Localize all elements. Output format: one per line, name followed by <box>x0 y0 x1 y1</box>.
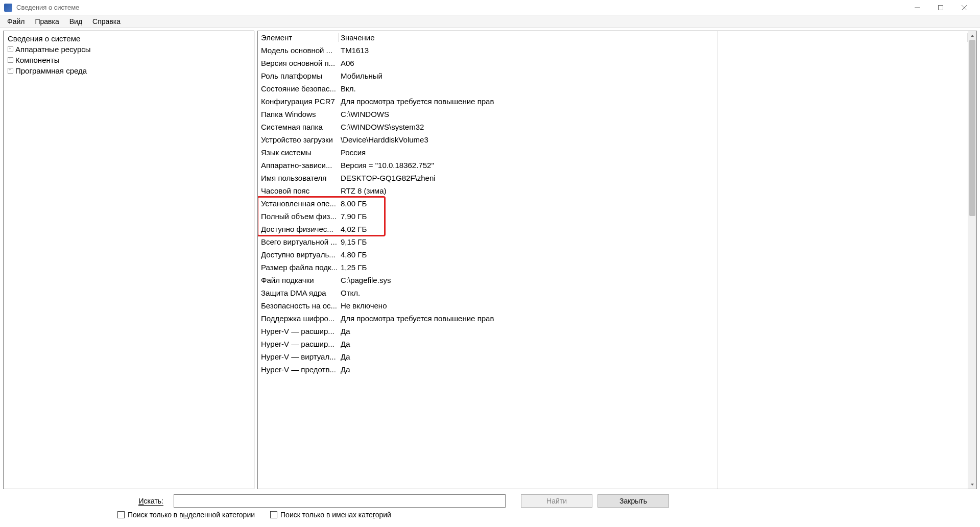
vertical-scrollbar[interactable] <box>968 31 976 489</box>
checkbox-icon <box>270 511 277 518</box>
minimize-button[interactable] <box>905 0 929 15</box>
scroll-up-icon[interactable] <box>968 31 976 40</box>
cell-element: Hyper-V — расшир... <box>258 327 339 336</box>
header-value[interactable]: Значение <box>339 33 968 42</box>
cell-value: 4,80 ГБ <box>339 250 968 259</box>
menu-help[interactable]: Справка <box>88 16 125 27</box>
table-row[interactable]: Версия основной п...A06 <box>258 57 968 69</box>
cell-value: Откл. <box>339 289 968 297</box>
table-row[interactable]: Состояние безопас...Вкл. <box>258 82 968 95</box>
table-row[interactable]: Папка WindowsC:\WINDOWS <box>258 108 968 121</box>
table-row[interactable]: Файл подкачкиC:\pagefile.sys <box>258 274 968 286</box>
cell-element: Безопасность на ос... <box>258 301 339 310</box>
cell-element: Поддержка шифро... <box>258 314 339 323</box>
table-row[interactable]: Hyper-V — расшир...Да <box>258 338 968 350</box>
window-title: Сведения о системе <box>16 4 79 11</box>
menu-edit[interactable]: Правка <box>31 16 63 27</box>
app-icon <box>4 4 12 12</box>
cell-value: 8,00 ГБ <box>339 199 968 208</box>
content-area: Сведения о системе Аппаратные ресурсы Ко… <box>0 28 980 492</box>
tree-item-software-env[interactable]: Программная среда <box>4 65 254 76</box>
maximize-button[interactable] <box>929 0 952 15</box>
details-grid[interactable]: Элемент Значение Модель основной ...TM16… <box>258 31 968 489</box>
tree-item-label: Компоненты <box>15 56 59 64</box>
cell-element: Имя пользователя <box>258 174 339 182</box>
cell-value: C:\WINDOWS <box>339 110 968 118</box>
cell-value: DESKTOP-GQ1G82F\zheni <box>339 174 968 182</box>
cell-element: Часовой пояс <box>258 186 339 195</box>
table-row[interactable]: Полный объем физ...7,90 ГБ <box>258 210 968 223</box>
cell-value: Да <box>339 327 968 336</box>
cell-value: Для просмотра требуется повышение прав <box>339 314 968 323</box>
category-tree[interactable]: Сведения о системе Аппаратные ресурсы Ко… <box>3 31 254 489</box>
search-input[interactable] <box>174 494 506 508</box>
scroll-thumb[interactable] <box>969 40 975 216</box>
cell-value: Россия <box>339 148 968 157</box>
table-row[interactable]: Имя пользователяDESKTOP-GQ1G82F\zheni <box>258 172 968 184</box>
table-row[interactable]: Установленная опе...8,00 ГБ <box>258 197 968 210</box>
table-row[interactable]: Hyper-V — предотв...Да <box>258 363 968 376</box>
close-button[interactable] <box>952 0 976 15</box>
cell-element: Hyper-V — расшир... <box>258 340 339 348</box>
grid-header[interactable]: Элемент Значение <box>258 31 968 44</box>
svg-rect-1 <box>939 5 943 10</box>
table-row[interactable]: Устройство загрузки\Device\HarddiskVolum… <box>258 133 968 146</box>
table-row[interactable]: Роль платформыМобильный <box>258 69 968 82</box>
search-footer: Искать: Найти Закрыть Поиск только в выд… <box>0 492 980 527</box>
table-row[interactable]: Всего виртуальной ...9,15 ГБ <box>258 235 968 248</box>
window-controls <box>905 0 976 15</box>
checkbox-label: Поиск только в выделенной категории <box>128 511 255 519</box>
cell-value: Да <box>339 352 968 361</box>
cell-element: Версия основной п... <box>258 59 339 67</box>
cell-element: Конфигурация PCR7 <box>258 97 339 106</box>
tree-root[interactable]: Сведения о системе <box>4 33 254 44</box>
table-row[interactable]: Конфигурация PCR7Для просмотра требуется… <box>258 95 968 108</box>
table-row[interactable]: Hyper-V — расшир...Да <box>258 325 968 338</box>
table-row[interactable]: Модель основной ...TM1613 <box>258 44 968 57</box>
expand-icon[interactable] <box>8 46 13 52</box>
find-button[interactable]: Найти <box>521 494 592 508</box>
search-category-names-checkbox[interactable]: Поиск только в именах категорий <box>270 511 391 519</box>
cell-element: Hyper-V — предотв... <box>258 365 339 374</box>
search-label: Искать: <box>5 497 169 505</box>
table-row[interactable]: Безопасность на ос...Не включено <box>258 299 968 312</box>
table-row[interactable]: Размер файла подк...1,25 ГБ <box>258 261 968 274</box>
tree-item-label: Аппаратные ресурсы <box>15 45 91 54</box>
table-row[interactable]: Защита DMA ядраОткл. <box>258 286 968 299</box>
table-row[interactable]: Язык системыРоссия <box>258 146 968 159</box>
scroll-down-icon[interactable] <box>968 480 976 489</box>
cell-element: Доступно виртуаль... <box>258 250 339 259</box>
cell-value: Мобильный <box>339 71 968 80</box>
cell-element: Доступно физичес... <box>258 225 339 233</box>
table-row[interactable]: Доступно физичес...4,02 ГБ <box>258 223 968 235</box>
cell-element: Папка Windows <box>258 110 339 118</box>
tree-root-label: Сведения о системе <box>8 34 80 43</box>
cell-element: Устройство загрузки <box>258 135 339 144</box>
header-element[interactable]: Элемент <box>258 33 339 42</box>
cell-value: 7,90 ГБ <box>339 212 968 221</box>
close-search-button[interactable]: Закрыть <box>597 494 669 508</box>
search-selected-category-checkbox[interactable]: Поиск только в выделенной категории <box>117 511 255 519</box>
table-row[interactable]: Поддержка шифро...Для просмотра требуетс… <box>258 312 968 325</box>
table-row[interactable]: Hyper-V — виртуал...Да <box>258 350 968 363</box>
menubar: Файл Правка Вид Справка <box>0 15 980 28</box>
expand-icon[interactable] <box>8 68 13 74</box>
cell-element: Hyper-V — виртуал... <box>258 352 339 361</box>
menu-file[interactable]: Файл <box>3 16 29 27</box>
menu-view[interactable]: Вид <box>65 16 86 27</box>
cell-element: Установленная опе... <box>258 199 339 208</box>
titlebar[interactable]: Сведения о системе <box>0 0 980 15</box>
table-row[interactable]: Аппаратно-зависи...Версия = "10.0.18362.… <box>258 159 968 172</box>
cell-element: Язык системы <box>258 148 339 157</box>
cell-value: Вкл. <box>339 84 968 93</box>
tree-item-components[interactable]: Компоненты <box>4 55 254 65</box>
table-row[interactable]: Часовой поясRTZ 8 (зима) <box>258 184 968 197</box>
cell-value: Да <box>339 340 968 348</box>
tree-item-hardware[interactable]: Аппаратные ресурсы <box>4 44 254 55</box>
scroll-track[interactable] <box>968 40 976 480</box>
expand-icon[interactable] <box>8 57 13 63</box>
cell-value: Для просмотра требуется повышение прав <box>339 97 968 106</box>
checkbox-label: Поиск только в именах категорий <box>280 511 391 519</box>
table-row[interactable]: Доступно виртуаль...4,80 ГБ <box>258 248 968 261</box>
table-row[interactable]: Системная папкаC:\WINDOWS\system32 <box>258 121 968 133</box>
